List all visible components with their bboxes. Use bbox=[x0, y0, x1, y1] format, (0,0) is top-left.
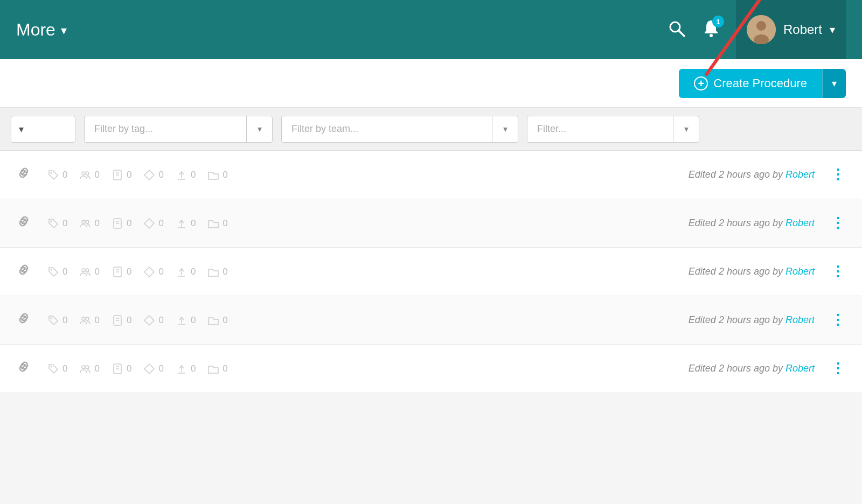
link-icon[interactable] bbox=[16, 165, 31, 184]
teams-meta: 0 bbox=[79, 363, 99, 375]
meta-icons: 0 0 0 0 0 0 bbox=[47, 314, 610, 326]
diamonds-meta: 0 bbox=[143, 266, 163, 278]
tags-meta: 0 bbox=[47, 169, 67, 181]
row-menu-button[interactable]: ⋮ bbox=[831, 360, 846, 377]
docs-meta: 0 bbox=[112, 266, 131, 278]
tags-meta: 0 bbox=[47, 218, 67, 229]
plus-icon: + bbox=[694, 76, 708, 90]
folders-meta: 0 bbox=[207, 266, 227, 278]
meta-icons: 0 0 0 0 0 0 bbox=[47, 266, 610, 278]
svg-marker-41 bbox=[144, 316, 154, 325]
edit-user-link[interactable]: Robert bbox=[785, 169, 815, 180]
svg-marker-23 bbox=[144, 219, 154, 228]
meta-icons: 0 0 0 0 0 0 bbox=[47, 169, 610, 181]
edit-info: Edited 2 hours ago by Robert bbox=[610, 218, 815, 229]
docs-meta: 0 bbox=[112, 314, 131, 326]
row-menu-button[interactable]: ⋮ bbox=[831, 263, 846, 280]
svg-marker-50 bbox=[144, 364, 154, 374]
svg-point-26 bbox=[51, 269, 52, 270]
row-menu-button[interactable]: ⋮ bbox=[831, 215, 846, 232]
link-icon[interactable] bbox=[16, 262, 31, 281]
search-button[interactable] bbox=[667, 19, 686, 40]
folders-meta: 0 bbox=[207, 363, 227, 375]
svg-point-19 bbox=[86, 220, 89, 223]
tags-meta: 0 bbox=[47, 363, 67, 375]
first-filter-chevron-icon: ▾ bbox=[19, 123, 24, 135]
user-chevron-icon: ▾ bbox=[830, 23, 835, 36]
folders-meta: 0 bbox=[207, 169, 227, 181]
tags-meta: 0 bbox=[47, 314, 67, 326]
teams-meta: 0 bbox=[79, 314, 99, 326]
diamonds-meta: 0 bbox=[143, 218, 163, 229]
link-icon[interactable] bbox=[16, 214, 31, 233]
tag-filter-chevron-icon: ▾ bbox=[246, 116, 272, 142]
folders-meta: 0 bbox=[207, 314, 227, 326]
notification-badge: 1 bbox=[712, 16, 724, 27]
first-filter-dropdown[interactable]: ▾ bbox=[11, 116, 75, 143]
link-icon[interactable] bbox=[16, 311, 31, 330]
edit-user-link[interactable]: Robert bbox=[785, 363, 815, 374]
row-menu-button[interactable]: ⋮ bbox=[831, 166, 846, 183]
notifications-button[interactable]: 1 bbox=[701, 19, 721, 40]
team-filter-chevron-icon: ▾ bbox=[492, 116, 518, 142]
svg-point-28 bbox=[86, 269, 89, 272]
tags-meta: 0 bbox=[47, 266, 67, 278]
create-procedure-button[interactable]: + Create Procedure bbox=[679, 69, 822, 98]
table-row: 0 0 0 0 0 0 Edited 2 h bbox=[0, 199, 862, 248]
header-left: More ▾ bbox=[16, 20, 67, 40]
svg-point-27 bbox=[82, 269, 85, 272]
tag-filter-dropdown[interactable]: Filter by tag... ▾ bbox=[84, 116, 273, 143]
folders-meta: 0 bbox=[207, 218, 227, 229]
svg-point-18 bbox=[82, 220, 85, 223]
create-procedure-label: Create Procedure bbox=[713, 76, 807, 90]
uploads-meta: 0 bbox=[176, 266, 196, 278]
svg-point-4 bbox=[756, 21, 766, 31]
docs-meta: 0 bbox=[112, 363, 131, 375]
other-filter-placeholder: Filter... bbox=[527, 123, 673, 135]
avatar bbox=[747, 15, 776, 44]
svg-marker-32 bbox=[144, 267, 154, 277]
docs-meta: 0 bbox=[112, 218, 131, 229]
team-filter-dropdown[interactable]: Filter by team... ▾ bbox=[281, 116, 518, 143]
more-label[interactable]: More bbox=[16, 20, 55, 40]
diamonds-meta: 0 bbox=[143, 169, 163, 181]
table-row: 0 0 0 0 0 0 Edited 2 h bbox=[0, 345, 862, 393]
create-procedure-dropdown-button[interactable]: ▾ bbox=[822, 69, 846, 98]
user-name-label: Robert bbox=[783, 22, 822, 37]
meta-icons: 0 0 0 0 0 0 bbox=[47, 363, 610, 375]
tag-filter-placeholder: Filter by tag... bbox=[85, 123, 246, 135]
more-chevron-icon[interactable]: ▾ bbox=[61, 24, 67, 38]
edit-user-link[interactable]: Robert bbox=[785, 218, 815, 228]
svg-point-8 bbox=[51, 172, 52, 173]
svg-point-45 bbox=[82, 366, 85, 369]
uploads-meta: 0 bbox=[176, 169, 196, 181]
user-menu[interactable]: Robert ▾ bbox=[736, 0, 846, 59]
svg-point-44 bbox=[51, 366, 52, 367]
teams-meta: 0 bbox=[79, 266, 99, 278]
link-icon[interactable] bbox=[16, 359, 31, 378]
edit-user-link[interactable]: Robert bbox=[785, 266, 815, 277]
svg-point-9 bbox=[82, 172, 85, 175]
docs-meta: 0 bbox=[112, 169, 131, 181]
uploads-meta: 0 bbox=[176, 363, 196, 375]
svg-line-1 bbox=[679, 31, 684, 36]
table-row: 0 0 0 0 0 0 Edited 2 h bbox=[0, 296, 862, 345]
svg-point-36 bbox=[82, 317, 85, 320]
other-filter-dropdown[interactable]: Filter... ▾ bbox=[527, 116, 699, 143]
teams-meta: 0 bbox=[79, 218, 99, 229]
svg-point-2 bbox=[710, 34, 713, 37]
procedures-list: 0 0 0 0 0 0 Edited 2 h bbox=[0, 151, 862, 393]
svg-point-46 bbox=[86, 366, 89, 369]
edit-info: Edited 2 hours ago by Robert bbox=[610, 363, 815, 374]
row-menu-button[interactable]: ⋮ bbox=[831, 312, 846, 328]
edit-info: Edited 2 hours ago by Robert bbox=[610, 169, 815, 180]
edit-user-link[interactable]: Robert bbox=[785, 314, 815, 325]
svg-point-35 bbox=[51, 317, 52, 319]
edit-info: Edited 2 hours ago by Robert bbox=[610, 266, 815, 277]
table-row: 0 0 0 0 0 0 Edited 2 h bbox=[0, 151, 862, 199]
header-right: 1 Robert ▾ bbox=[667, 0, 846, 59]
diamonds-meta: 0 bbox=[143, 314, 163, 326]
svg-point-37 bbox=[86, 317, 89, 320]
teams-meta: 0 bbox=[79, 169, 99, 181]
table-row: 0 0 0 0 0 0 Edited 2 h bbox=[0, 248, 862, 296]
